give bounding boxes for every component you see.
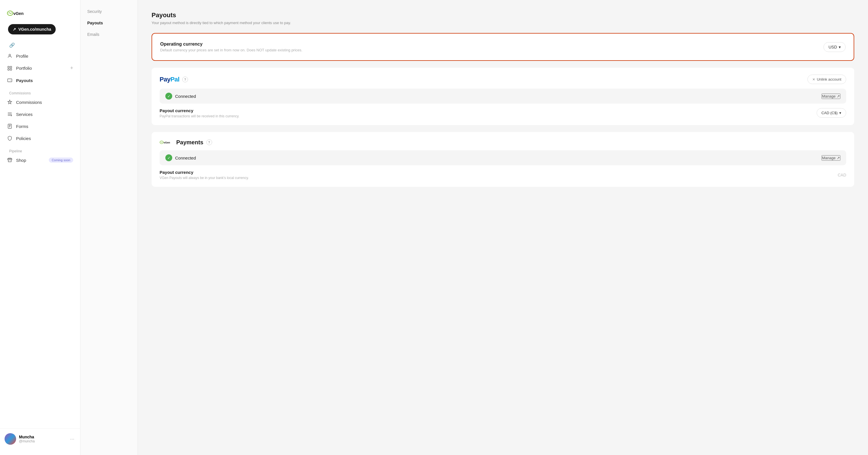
manage-arrow-icon: ↗ bbox=[837, 156, 840, 160]
grid-icon bbox=[7, 65, 12, 71]
manage-arrow-icon: ↗ bbox=[837, 94, 840, 98]
sidebar-item-label: Commissions bbox=[16, 100, 42, 105]
vgen-payments-header: vGen Payments ? bbox=[160, 139, 846, 146]
svg-rect-4 bbox=[10, 66, 12, 68]
profile-link-button[interactable]: ↗ VGen.co/muncha bbox=[8, 24, 56, 34]
vgen-currency-static: CAD bbox=[838, 173, 846, 177]
paypal-payout-currency-desc: PayPal transactions will be received in … bbox=[160, 114, 239, 118]
svg-rect-3 bbox=[8, 66, 9, 68]
sidebar-item-commissions[interactable]: Commissions bbox=[2, 96, 78, 108]
paypal-connected-label: Connected bbox=[175, 94, 196, 99]
svg-text:vGen: vGen bbox=[164, 141, 170, 144]
middle-nav-security[interactable]: Security bbox=[81, 6, 137, 17]
paypal-payout-currency-row: Payout currency PayPal transactions will… bbox=[160, 108, 846, 118]
vgen-logo: vGen bbox=[7, 8, 30, 19]
vgen-small-logo: vGen bbox=[160, 139, 174, 146]
logo-area: vGen bbox=[0, 6, 80, 24]
sidebar-item-portfolio[interactable]: Portfolio + bbox=[2, 62, 78, 74]
paypal-currency-select-button[interactable]: CAD (C$) ▾ bbox=[817, 108, 846, 118]
paypal-header: PayPal ? ✕ Unlink account bbox=[160, 74, 846, 84]
sidebar-item-forms[interactable]: Forms bbox=[2, 121, 78, 132]
vgen-payments-help-icon[interactable]: ? bbox=[206, 139, 212, 145]
sidebar-item-label: Profile bbox=[16, 54, 28, 59]
user-handle: @muncha bbox=[19, 439, 35, 443]
page-subtitle: Your payout method is directly tied to w… bbox=[152, 21, 854, 25]
sidebar: vGen ↗ VGen.co/muncha 🔗 Profile bbox=[0, 0, 81, 455]
vgen-payout-currency-title: Payout currency bbox=[160, 170, 249, 175]
paypal-help-icon[interactable]: ? bbox=[182, 76, 188, 82]
chevron-down-icon: ▾ bbox=[839, 111, 841, 115]
paypal-payout-currency-left: Payout currency PayPal transactions will… bbox=[160, 108, 239, 118]
middle-nav: Security Payouts Emails bbox=[81, 0, 138, 455]
currency-card-left: Operating currency Default currency your… bbox=[160, 42, 302, 52]
coming-soon-badge: Coming soon bbox=[49, 158, 73, 163]
sidebar-item-label: Policies bbox=[16, 136, 31, 141]
vgen-connected-row: ✓ Connected Manage ↗ bbox=[160, 150, 846, 165]
operating-currency-card: Operating currency Default currency your… bbox=[152, 33, 854, 61]
user-name: Muncha bbox=[19, 435, 35, 439]
svg-point-2 bbox=[9, 54, 11, 56]
paypal-connected-left: ✓ Connected bbox=[165, 93, 196, 100]
vgen-payout-currency-left: Payout currency VGen Payouts will always… bbox=[160, 170, 249, 180]
operating-currency-desc: Default currency your prices are set in … bbox=[160, 48, 302, 52]
vgen-connected-left: ✓ Connected bbox=[165, 154, 196, 161]
more-options-button[interactable]: ··· bbox=[69, 435, 75, 443]
chevron-down-icon: ▾ bbox=[839, 45, 841, 50]
sidebar-item-shop[interactable]: Shop Coming soon bbox=[2, 154, 78, 166]
main-content: Payouts Your payout method is directly t… bbox=[138, 0, 868, 455]
svg-rect-5 bbox=[8, 69, 9, 70]
paypal-section: PayPal ? ✕ Unlink account ✓ Connected Ma… bbox=[152, 68, 854, 125]
sidebar-item-label: Forms bbox=[16, 124, 28, 129]
unlink-label: Unlink account bbox=[817, 77, 841, 82]
sidebar-item-profile[interactable]: Profile bbox=[2, 50, 78, 62]
currency-select-button[interactable]: USD ▾ bbox=[824, 42, 846, 52]
vgen-payments-text: Payments bbox=[176, 139, 204, 146]
user-info: Muncha @muncha bbox=[5, 433, 35, 445]
sidebar-item-services[interactable]: Services bbox=[2, 108, 78, 120]
link-icon[interactable]: 🔗 bbox=[7, 42, 17, 48]
middle-nav-payouts[interactable]: Payouts bbox=[81, 17, 137, 29]
sidebar-item-label: Payouts bbox=[16, 78, 33, 83]
services-icon bbox=[7, 111, 12, 117]
avatar bbox=[5, 433, 16, 445]
profile-link-container: ↗ VGen.co/muncha bbox=[0, 24, 80, 42]
check-circle-icon: ✓ bbox=[165, 93, 172, 100]
doc-icon bbox=[7, 123, 12, 129]
svg-text:vGen: vGen bbox=[13, 11, 24, 16]
operating-currency-title: Operating currency bbox=[160, 42, 302, 47]
commissions-section-label: Commissions bbox=[2, 87, 78, 96]
sidebar-footer: Muncha @muncha ··· bbox=[0, 428, 80, 449]
svg-rect-7 bbox=[8, 79, 12, 82]
paypal-logo: PayPal bbox=[160, 76, 179, 83]
sidebar-item-label: Services bbox=[16, 112, 33, 117]
paypal-logo-area: PayPal ? bbox=[160, 76, 188, 83]
sparkle-icon bbox=[7, 99, 12, 105]
svg-rect-6 bbox=[10, 69, 12, 70]
sidebar-nav: Profile Portfolio + Payouts bbox=[0, 50, 80, 428]
check-circle-icon: ✓ bbox=[165, 154, 172, 161]
pipeline-section-label: Pipeline bbox=[2, 144, 78, 154]
add-portfolio-icon[interactable]: + bbox=[70, 65, 73, 71]
middle-nav-emails[interactable]: Emails bbox=[81, 29, 137, 40]
store-icon bbox=[7, 157, 12, 163]
vgen-payout-currency-row: Payout currency VGen Payouts will always… bbox=[160, 170, 846, 180]
vgen-manage-button[interactable]: Manage ↗ bbox=[822, 155, 840, 161]
sidebar-item-label: Portfolio bbox=[16, 66, 32, 71]
person-icon bbox=[7, 53, 12, 59]
sidebar-item-payouts[interactable]: Payouts bbox=[2, 74, 78, 86]
paypal-manage-button[interactable]: Manage ↗ bbox=[822, 94, 840, 99]
paypal-connected-row: ✓ Connected Manage ↗ bbox=[160, 89, 846, 104]
currency-value: USD bbox=[828, 45, 837, 50]
profile-link-text: VGen.co/muncha bbox=[19, 27, 51, 32]
sidebar-item-policies[interactable]: Policies bbox=[2, 133, 78, 144]
vgen-connected-label: Connected bbox=[175, 156, 196, 160]
svg-point-8 bbox=[11, 115, 12, 116]
user-details: Muncha @muncha bbox=[19, 435, 35, 443]
vgen-payments-logo-area: vGen Payments ? bbox=[160, 139, 212, 146]
unlink-account-button[interactable]: ✕ Unlink account bbox=[807, 74, 846, 84]
paypal-currency-value: CAD (C$) bbox=[822, 111, 838, 115]
manage-label: Manage bbox=[822, 94, 836, 98]
profile-link-arrow-icon: ↗ bbox=[12, 27, 16, 32]
sidebar-item-label: Shop bbox=[16, 158, 26, 163]
page-title: Payouts bbox=[152, 11, 854, 19]
